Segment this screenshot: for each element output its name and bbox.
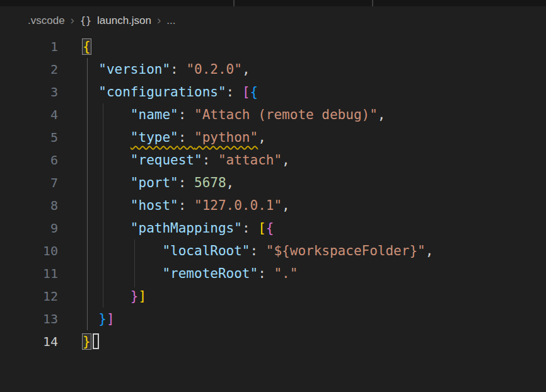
breadcrumb-ellipsis[interactable]: ...: [166, 14, 175, 27]
token-p: :: [178, 107, 194, 122]
code-text: "pathMappings": [{: [58, 217, 274, 239]
token-w: [83, 84, 98, 100]
line-number[interactable]: 12: [0, 285, 58, 308]
line-number[interactable]: 6: [0, 149, 58, 171]
code-text: "request": "attach",: [58, 149, 290, 171]
token-w: [83, 153, 131, 168]
code-text: }: [58, 330, 99, 353]
token-k: "name": [131, 107, 178, 122]
line-number[interactable]: 13: [0, 308, 58, 330]
token-k: "port": [131, 175, 178, 190]
line-number[interactable]: 14: [0, 330, 58, 353]
code-area: 1{2 "version": "0.2.0",3 "configurations…: [0, 35, 546, 353]
token-p: :: [250, 243, 266, 258]
code-line[interactable]: 14}: [0, 330, 546, 353]
token-b3: }: [98, 311, 107, 326]
line-number[interactable]: 10: [0, 239, 58, 262]
token-s: "attach": [218, 153, 282, 168]
breadcrumb-folder[interactable]: .vscode: [28, 14, 65, 27]
code-line[interactable]: 6 "request": "attach",: [0, 149, 546, 171]
line-number[interactable]: 7: [0, 171, 58, 194]
chevron-right-icon: ›: [71, 13, 74, 27]
token-p: :: [178, 175, 194, 190]
token-w: [83, 62, 98, 77]
token-w: [83, 107, 131, 122]
line-number[interactable]: 2: [0, 58, 58, 81]
code-line[interactable]: 1{: [0, 35, 546, 58]
editor-tab-strip: [0, 0, 546, 6]
token-s: "python": [194, 130, 258, 145]
code-editor[interactable]: 1{2 "version": "0.2.0",3 "configurations…: [0, 35, 546, 353]
chevron-right-icon: ›: [157, 13, 161, 27]
code-line[interactable]: 4 "name": "Attach (remote debug)",: [0, 103, 546, 126]
token-w: [83, 311, 98, 326]
token-p: ,: [242, 62, 250, 77]
token-s: ".": [274, 266, 298, 281]
code-text: "localRoot": "${workspaceFolder}",: [58, 239, 433, 262]
line-number[interactable]: 5: [0, 126, 58, 149]
token-p: ,: [282, 153, 290, 168]
code-text: "port": 5678,: [58, 171, 234, 194]
token-p: :: [202, 153, 218, 168]
token-s: "0.2.0": [186, 62, 242, 77]
token-p: :: [242, 221, 258, 236]
token-w: [83, 289, 131, 304]
token-b1: }: [83, 334, 91, 349]
token-p: ,: [426, 243, 434, 258]
code-line[interactable]: 10 "localRoot": "${workspaceFolder}",: [0, 239, 546, 262]
token-p: ,: [378, 107, 386, 122]
token-k: "pathMappings": [131, 221, 242, 236]
line-number[interactable]: 8: [0, 194, 58, 217]
indent-guide: [134, 239, 135, 287]
token-s: "127.0.0.1": [194, 198, 282, 213]
token-b2: {: [266, 221, 274, 236]
token-p: :: [258, 266, 274, 281]
code-text: "type": "python",: [58, 126, 266, 149]
token-b1: [: [258, 221, 266, 236]
token-b2: ]: [107, 311, 115, 326]
token-k: "request": [131, 153, 202, 168]
line-number[interactable]: 11: [0, 262, 58, 285]
token-w: [83, 243, 162, 258]
line-number[interactable]: 3: [0, 81, 58, 103]
line-number[interactable]: 1: [0, 35, 58, 58]
token-k: "host": [131, 198, 178, 213]
code-text: "remoteRoot": ".": [58, 262, 298, 285]
token-k: "version": [98, 62, 170, 77]
code-line[interactable]: 12 }]: [0, 285, 546, 308]
code-line[interactable]: 9 "pathMappings": [{: [0, 217, 546, 239]
active-indent-guide: [87, 58, 88, 330]
token-w: [83, 266, 162, 281]
code-line[interactable]: 7 "port": 5678,: [0, 171, 546, 194]
token-k: "configurations": [98, 84, 226, 100]
token-w: [83, 175, 131, 190]
token-n: 5678: [194, 175, 226, 190]
code-line[interactable]: 3 "configurations": [{: [0, 81, 546, 103]
line-number[interactable]: 9: [0, 217, 58, 239]
breadcrumb: .vscode › {} launch.json › ...: [0, 6, 546, 35]
line-number[interactable]: 4: [0, 103, 58, 126]
token-w: [83, 130, 131, 145]
token-w: [83, 221, 131, 236]
token-s: "Attach (remote debug)": [194, 107, 378, 122]
tab-separator: [372, 0, 373, 6]
code-line[interactable]: 13 }]: [0, 308, 546, 330]
code-text: "host": "127.0.0.1",: [58, 194, 290, 217]
code-text: "configurations": [{: [58, 81, 258, 103]
code-text: "name": "Attach (remote debug)",: [58, 103, 385, 126]
token-b1: {: [83, 39, 91, 54]
code-line[interactable]: 11 "remoteRoot": ".": [0, 262, 546, 285]
token-b2: }: [131, 289, 139, 304]
token-b1: ]: [139, 289, 147, 304]
tab-separator: [233, 0, 235, 6]
code-line[interactable]: 8 "host": "127.0.0.1",: [0, 194, 546, 217]
token-k: "localRoot": [162, 243, 250, 258]
breadcrumb-file[interactable]: launch.json: [97, 14, 151, 27]
token-p: :: [178, 130, 194, 145]
code-line[interactable]: 2 "version": "0.2.0",: [0, 58, 546, 81]
token-s: "${workspaceFolder}": [266, 243, 426, 258]
token-p: :: [226, 84, 242, 100]
token-w: [83, 198, 131, 213]
code-line[interactable]: 5 "type": "python",: [0, 126, 546, 149]
json-braces-icon: {}: [80, 15, 91, 26]
